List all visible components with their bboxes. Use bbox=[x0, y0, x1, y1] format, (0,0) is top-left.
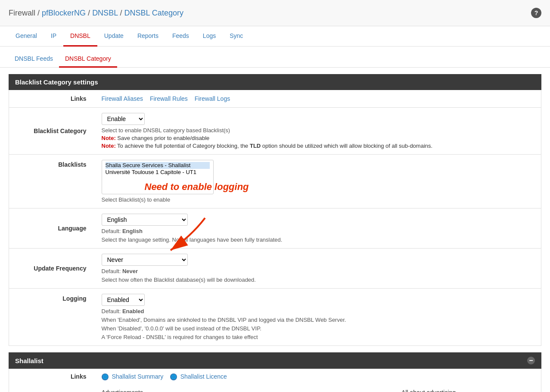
primary-nav: General IP DNSBL Update Reports Feeds Lo… bbox=[0, 26, 550, 47]
shallalist-row2-col2: Advertisements bbox=[95, 385, 395, 392]
firewall-logs-link[interactable]: Firewall Logs bbox=[195, 95, 230, 102]
firewall-aliases-link[interactable]: Firewall Aliases bbox=[102, 95, 143, 102]
firewall-rules-link[interactable]: Firewall Rules bbox=[150, 95, 188, 102]
shallalist-title: Shallalist bbox=[15, 357, 44, 364]
logging-cell: Enabled Disabled Default: Enabled When '… bbox=[95, 289, 541, 346]
breadcrumb-firewall: Firewall bbox=[9, 9, 35, 17]
page-wrapper: Firewall / pfBlockerNG / DNSBL / DNSBL C… bbox=[0, 0, 550, 392]
blacklists-select[interactable]: Shalla Secure Services - Shallalist Univ… bbox=[102, 160, 214, 194]
shallalist-row2-label: — bbox=[9, 385, 95, 392]
shallalist-links-cell: 🌐 Shallalist Summary 🌐 Shallalist Licenc… bbox=[95, 369, 395, 385]
tab-update[interactable]: Update bbox=[97, 26, 131, 47]
blacklists-label: Blacklists bbox=[9, 155, 95, 208]
help-icon[interactable]: ? bbox=[531, 8, 541, 18]
shallalist-row2: — Advertisements All about advertising bbox=[9, 385, 541, 392]
tab-sync[interactable]: Sync bbox=[223, 26, 250, 47]
language-label: Language bbox=[9, 208, 95, 249]
tab-reports[interactable]: Reports bbox=[131, 26, 165, 47]
blacklist-section-header: Blacklist Category settings bbox=[9, 74, 541, 90]
links-cell: Firewall Aliases Firewall Rules Firewall… bbox=[95, 90, 541, 108]
language-default: Default: English bbox=[102, 228, 535, 234]
collapse-button[interactable]: − bbox=[527, 357, 535, 364]
blacklist-category-row: Blacklist Category Enable Disable Select… bbox=[9, 108, 541, 155]
blacklists-description: Select Blacklist(s) to enable bbox=[102, 196, 535, 203]
content-area: Blacklist Category settings Links Firewa… bbox=[0, 74, 550, 392]
globe-icon-1: 🌐 bbox=[102, 373, 109, 380]
language-cell: English French German Spanish Need to en… bbox=[95, 208, 541, 249]
tab-feeds[interactable]: Feeds bbox=[165, 26, 196, 47]
shallalist-table: Links 🌐 Shallalist Summary 🌐 Shallalist … bbox=[9, 369, 541, 392]
blacklists-cell: Shalla Secure Services - Shallalist Univ… bbox=[95, 155, 541, 208]
breadcrumb-sep3: / bbox=[120, 9, 124, 17]
breadcrumb-dnsbl[interactable]: DNSBL bbox=[92, 9, 118, 17]
language-description: Select the language setting. Not all lan… bbox=[102, 236, 535, 243]
blacklist-category-note2: Note: To achieve the full potential of C… bbox=[102, 143, 535, 149]
update-frequency-label: Update Frequency bbox=[9, 249, 95, 289]
blacklist-category-description: Select to enable DNSBL category based Bl… bbox=[102, 127, 535, 134]
shallalist-licence-link[interactable]: Shallalist Licence bbox=[180, 373, 227, 380]
secondary-nav: DNSBL Feeds DNSBL Category bbox=[0, 47, 550, 68]
logging-line3: A 'Force Reload - DNSBL' is required for… bbox=[102, 334, 535, 340]
breadcrumb: Firewall / pfBlockerNG / DNSBL / DNSBL C… bbox=[9, 9, 183, 18]
blacklist-category-label: Blacklist Category bbox=[9, 108, 95, 155]
links-label: Links bbox=[9, 90, 95, 108]
tab-logs[interactable]: Logs bbox=[196, 26, 223, 47]
globe-icon-2: 🌐 bbox=[170, 373, 177, 380]
tab-dnsbl-category[interactable]: DNSBL Category bbox=[59, 51, 117, 68]
settings-table: Links Firewall Aliases Firewall Rules Fi… bbox=[9, 90, 541, 346]
update-frequency-description: Select how often the Blacklist database(… bbox=[102, 277, 535, 283]
tab-general[interactable]: General bbox=[9, 26, 44, 47]
breadcrumb-bar: Firewall / pfBlockerNG / DNSBL / DNSBL C… bbox=[0, 0, 550, 26]
logging-label: Logging bbox=[9, 289, 95, 346]
update-frequency-row: Update Frequency Never Once a day Twice … bbox=[9, 249, 541, 289]
logging-default: Default: Enabled bbox=[102, 308, 535, 314]
breadcrumb-pfblockerng[interactable]: pfBlockerNG bbox=[42, 9, 86, 17]
update-frequency-select[interactable]: Never Once a day Twice a day Every hour bbox=[102, 254, 188, 266]
shallalist-row2-col3: All about advertising bbox=[395, 385, 541, 392]
shallalist-section-header: Shallalist − bbox=[9, 352, 541, 369]
links-row: Links Firewall Aliases Firewall Rules Fi… bbox=[9, 90, 541, 108]
blacklist-category-cell: Enable Disable Select to enable DNSBL ca… bbox=[95, 108, 541, 155]
language-select[interactable]: English French German Spanish bbox=[102, 214, 188, 226]
update-frequency-default: Default: Never bbox=[102, 268, 535, 274]
breadcrumb-sep2: / bbox=[88, 9, 92, 17]
shallalist-links-row: Links 🌐 Shallalist Summary 🌐 Shallalist … bbox=[9, 369, 541, 385]
shallalist-summary-link[interactable]: Shallalist Summary bbox=[112, 373, 163, 380]
logging-select[interactable]: Enabled Disabled bbox=[102, 294, 145, 306]
breadcrumb-sep1: / bbox=[37, 9, 42, 17]
update-frequency-cell: Never Once a day Twice a day Every hour … bbox=[95, 249, 541, 289]
blacklists-row: Blacklists Shalla Secure Services - Shal… bbox=[9, 155, 541, 208]
language-row: Language English French German Spanish N… bbox=[9, 208, 541, 249]
shallalist-section: Shallalist − Links 🌐 Shallalist Summary … bbox=[9, 352, 541, 392]
shallalist-links-label: Links bbox=[9, 369, 95, 385]
logging-line2: When 'Disabled', '0.0.0.0' will be used … bbox=[102, 325, 535, 332]
breadcrumb-dnsbl-category[interactable]: DNSBL Category bbox=[124, 9, 183, 17]
tab-ip[interactable]: IP bbox=[44, 26, 63, 47]
logging-row: Logging Enabled Disabled Default: Enable… bbox=[9, 289, 541, 346]
logging-line1: When 'Enabled', Domains are sinkholed to… bbox=[102, 317, 535, 323]
tab-dnsbl-feeds[interactable]: DNSBL Feeds bbox=[9, 51, 59, 68]
tab-dnsbl[interactable]: DNSBL bbox=[63, 26, 97, 47]
blacklist-category-note1: Note: Save changes prior to enable/disab… bbox=[102, 135, 535, 141]
blacklist-category-select[interactable]: Enable Disable bbox=[102, 113, 145, 125]
